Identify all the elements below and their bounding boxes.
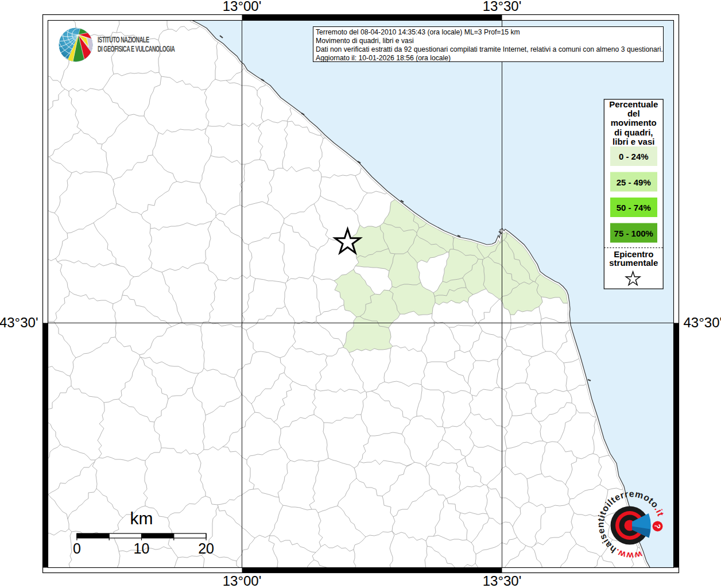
svg-text:0 - 24%: 0 - 24% <box>619 152 649 161</box>
svg-text:13°30': 13°30' <box>483 0 522 14</box>
svg-text:ISTITUTO NAZIONALE: ISTITUTO NAZIONALE <box>98 35 149 45</box>
svg-text:di quadri,: di quadri, <box>614 127 653 137</box>
svg-text:75 - 100%: 75 - 100% <box>614 229 653 238</box>
svg-text:?: ? <box>653 524 662 529</box>
svg-text:25 - 49%: 25 - 49% <box>617 177 651 187</box>
svg-text:13°30': 13°30' <box>483 573 522 588</box>
svg-text:43°30': 43°30' <box>684 315 721 330</box>
svg-text:libri e vasi: libri e vasi <box>613 137 654 146</box>
svg-text:del: del <box>627 109 640 118</box>
svg-text:movimento: movimento <box>611 118 657 127</box>
svg-text:13°00': 13°00' <box>223 0 262 14</box>
svg-text:50 - 74%: 50 - 74% <box>617 203 651 212</box>
svg-text:20: 20 <box>198 540 214 556</box>
svg-text:Dati non verificati estratti d: Dati non verificati estratti da 92 quest… <box>316 45 663 53</box>
svg-text:13°00': 13°00' <box>223 573 262 588</box>
svg-text:0: 0 <box>73 540 81 556</box>
svg-text:DI GEOFISICA E VULCANOLOGIA: DI GEOFISICA E VULCANOLOGIA <box>98 44 175 54</box>
svg-text:Terremoto del 08-04-2010 14:35: Terremoto del 08-04-2010 14:35:43 (ora l… <box>316 28 520 36</box>
svg-text:strumentale: strumentale <box>609 258 658 268</box>
svg-text:km: km <box>130 509 153 528</box>
svg-text:43°30': 43°30' <box>0 315 38 330</box>
svg-text:10: 10 <box>134 540 150 556</box>
svg-text:Percentuale: Percentuale <box>609 99 658 109</box>
svg-text:Movimento di quadri, libri e v: Movimento di quadri, libri e vasi <box>316 37 414 45</box>
svg-text:Aggiornato il: 10-01-2026 18:5: Aggiornato il: 10-01-2026 18:56 (ora loc… <box>316 54 451 62</box>
